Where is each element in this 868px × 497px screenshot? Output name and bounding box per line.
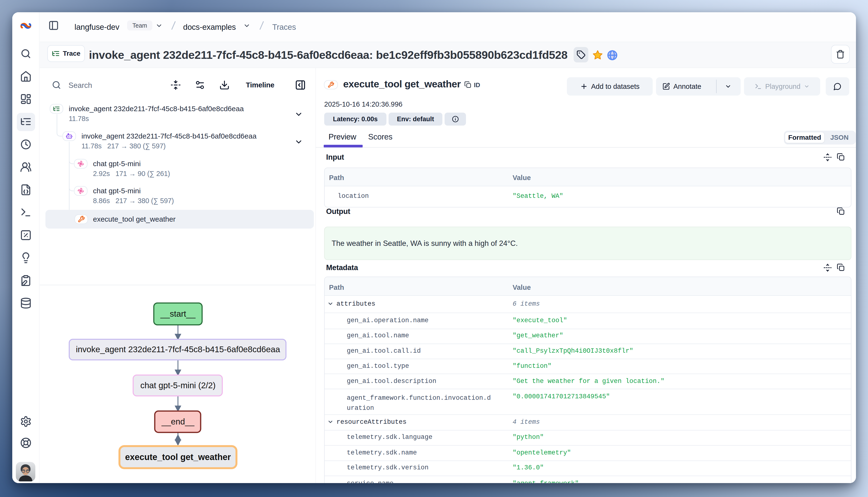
- svg-text:execute_tool get_weather: execute_tool get_weather: [125, 452, 231, 462]
- svg-text:invoke_agent 232de211-7fcf-45c: invoke_agent 232de211-7fcf-45c8-b415-6af…: [76, 344, 280, 354]
- svg-text:__end__: __end__: [161, 417, 194, 426]
- svg-text:chat gpt-5-mini (2/2): chat gpt-5-mini (2/2): [140, 381, 216, 390]
- svg-text:__start__: __start__: [160, 309, 196, 318]
